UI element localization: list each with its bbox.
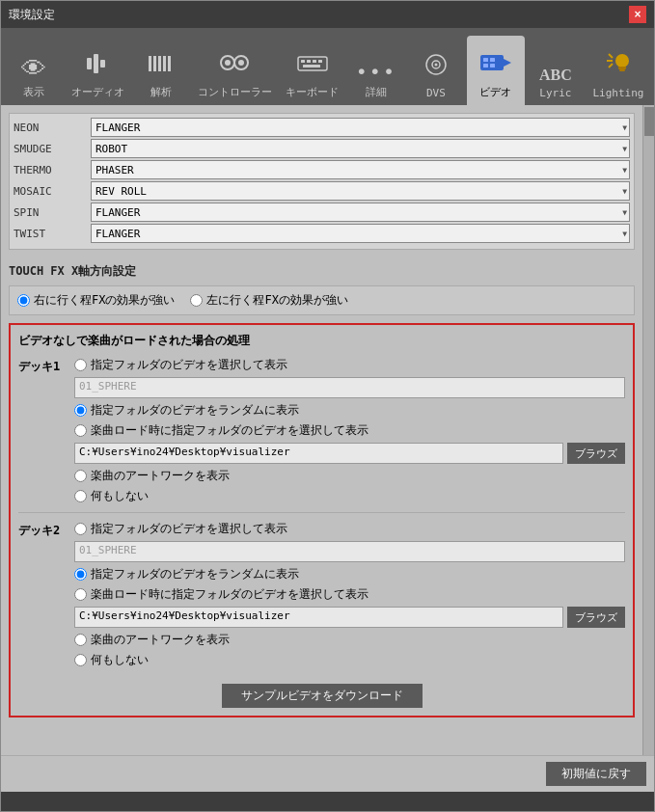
audio-icon: [83, 50, 112, 81]
fx-row-mosaic: MOSAIC REV ROLL: [14, 181, 630, 201]
deck1-browse-row: C:¥Users¥ino24¥Desktop¥visualizer ブラウズ: [74, 443, 625, 464]
deck2-radio-load-select[interactable]: [74, 588, 87, 601]
deck1-opt-random[interactable]: 指定フォルダのビデオをランダムに表示: [74, 402, 625, 419]
deck2-opt-nothing[interactable]: 何もしない: [74, 652, 625, 668]
fx-row-thermo: THERMO PHASER: [14, 160, 630, 179]
deck1-radio-select-folder[interactable]: [74, 359, 87, 371]
fx-name-smudge: SMUDGE: [14, 143, 91, 155]
tab-lyric[interactable]: ABC Lyric: [527, 36, 585, 105]
tab-keyboard[interactable]: キーボード: [280, 36, 345, 105]
deck2-path-input[interactable]: C:¥Users¥ino24¥Desktop¥visualizer: [74, 607, 563, 628]
svg-line-32: [609, 64, 613, 68]
deck1-folder-input[interactable]: 01_SPHERE: [74, 377, 625, 398]
tab-display[interactable]: 👁 表示: [5, 36, 63, 105]
deck2-radio-select-folder[interactable]: [74, 523, 87, 535]
tab-dvs[interactable]: DVS: [407, 36, 465, 105]
deck2-radio-random[interactable]: [74, 568, 87, 581]
reset-button[interactable]: 初期値に戻す: [546, 762, 646, 786]
title-bar: 環境設定 ×: [1, 1, 654, 28]
window-title: 環境設定: [9, 7, 55, 23]
deck1-opt-artwork[interactable]: 楽曲のアートワークを表示: [74, 468, 625, 484]
deck1-select-folder-label: 指定フォルダのビデオを選択して表示: [91, 357, 287, 373]
deck2-opt-artwork[interactable]: 楽曲のアートワークを表示: [74, 632, 625, 648]
touch-fx-right-option[interactable]: 左に行く程FXの効果が強い: [190, 292, 347, 309]
status-bar: [1, 792, 654, 811]
fx-name-spin: SPIN: [14, 206, 91, 219]
fx-select-thermo[interactable]: PHASER: [91, 160, 630, 179]
scrollbar-track[interactable]: [642, 105, 654, 755]
scrollbar-thumb[interactable]: [644, 107, 654, 136]
deck1-opt-load-select[interactable]: 楽曲ロード時に指定フォルダのビデオを選択して表示: [74, 422, 625, 439]
fx-row-smudge: SMUDGE ROBOT: [14, 139, 630, 158]
content-area: NEON FLANGER SMUDGE ROBOT: [1, 105, 654, 792]
deck2-artwork-label: 楽曲のアートワークを表示: [91, 632, 230, 648]
fx-row-spin: SPIN FLANGER: [14, 203, 630, 222]
deck2-opt-random[interactable]: 指定フォルダのビデオをランダムに表示: [74, 566, 625, 582]
touch-fx-right-radio[interactable]: [190, 294, 203, 307]
fx-select-mosaic[interactable]: REV ROLL: [91, 181, 630, 201]
svg-rect-21: [480, 55, 504, 70]
video-section: ビデオなしで楽曲がロードされた場合の処理 デッキ1 指定フォルダのビデオを選択し…: [9, 323, 635, 717]
video-icon: [478, 49, 513, 81]
svg-rect-14: [307, 60, 311, 63]
tab-lyric-label: Lyric: [539, 87, 571, 99]
deck2-opt-select-folder[interactable]: 指定フォルダのビデオを選択して表示: [74, 521, 625, 537]
svg-rect-4: [153, 56, 156, 71]
bottom-bar: 初期値に戻す: [1, 755, 654, 792]
fx-select-twist[interactable]: FLANGER: [91, 224, 630, 243]
tab-keyboard-label: キーボード: [286, 85, 339, 99]
deck1-opt-nothing[interactable]: 何もしない: [74, 488, 625, 504]
svg-rect-26: [490, 64, 495, 68]
keyboard-icon: [296, 49, 329, 81]
svg-rect-12: [298, 57, 327, 70]
deck2-radio-nothing[interactable]: [74, 654, 87, 666]
deck1-radio-nothing[interactable]: [74, 490, 87, 502]
touch-fx-left-label: 右に行く程FXの効果が強い: [34, 292, 175, 309]
tab-controller[interactable]: コントローラー: [192, 36, 278, 105]
deck2-opt-load-select[interactable]: 楽曲ロード時に指定フォルダのビデオを選択して表示: [74, 586, 625, 603]
lyric-icon: ABC: [539, 68, 572, 83]
tab-detail[interactable]: ••• 詳細: [347, 36, 405, 105]
display-icon: 👁: [21, 56, 46, 81]
svg-rect-16: [318, 60, 322, 63]
svg-marker-22: [504, 59, 511, 67]
svg-rect-6: [163, 56, 166, 71]
deck2-folder-input[interactable]: 01_SPHERE: [74, 541, 625, 562]
fx-select-neon[interactable]: FLANGER: [91, 118, 630, 137]
deck1-browse-button[interactable]: ブラウズ: [567, 443, 625, 464]
deck1-opt-select-folder[interactable]: 指定フォルダのビデオを選択して表示: [74, 357, 625, 373]
fx-table: NEON FLANGER SMUDGE ROBOT: [9, 113, 635, 250]
touch-fx-left-radio[interactable]: [17, 294, 30, 307]
video-section-title: ビデオなしで楽曲がロードされた場合の処理: [18, 333, 625, 349]
deck2-browse-button[interactable]: ブラウズ: [567, 607, 625, 628]
deck2-select-folder-label: 指定フォルダのビデオを選択して表示: [91, 521, 287, 537]
svg-point-27: [615, 54, 629, 68]
touch-fx-left-option[interactable]: 右に行く程FXの効果が強い: [17, 292, 175, 309]
deck1-radio-random[interactable]: [74, 404, 87, 417]
touch-fx-title: TOUCH FX X軸方向設定: [9, 261, 635, 282]
tab-audio[interactable]: オーディオ: [65, 36, 130, 105]
scroll-container: NEON FLANGER SMUDGE ROBOT: [1, 105, 654, 755]
fx-name-neon: NEON: [14, 122, 91, 134]
tab-video-label: ビデオ: [479, 85, 511, 99]
touch-fx-section: TOUCH FX X軸方向設定 右に行く程FXの効果が強い 左に行く程FXの効果…: [9, 257, 635, 315]
deck1-load-select-label: 楽曲ロード時に指定フォルダのビデオを選択して表示: [91, 422, 368, 439]
svg-point-9: [225, 60, 231, 66]
deck1-path-input[interactable]: C:¥Users¥ino24¥Desktop¥visualizer: [74, 443, 563, 464]
tab-dvs-label: DVS: [426, 87, 446, 99]
download-section: サンプルビデオをダウンロード: [18, 684, 625, 708]
deck2-radio-artwork[interactable]: [74, 634, 87, 646]
tab-controller-label: コントローラー: [198, 85, 272, 99]
fx-select-spin[interactable]: FLANGER: [91, 203, 630, 222]
download-button[interactable]: サンプルビデオをダウンロード: [222, 684, 423, 708]
tab-lighting[interactable]: Lighting: [587, 36, 650, 105]
dvs-icon: [421, 51, 451, 83]
deck1-radio-load-select[interactable]: [74, 424, 87, 437]
deck1-radio-artwork[interactable]: [74, 470, 87, 482]
touch-fx-radio-group: 右に行く程FXの効果が強い 左に行く程FXの効果が強い: [17, 292, 626, 309]
tab-video[interactable]: ビデオ: [467, 36, 525, 105]
close-button[interactable]: ×: [629, 6, 646, 23]
tab-analysis[interactable]: 解析: [132, 36, 190, 105]
main-window: 環境設定 × 👁 表示 オーディオ: [0, 0, 655, 812]
fx-select-smudge[interactable]: ROBOT: [91, 139, 630, 158]
